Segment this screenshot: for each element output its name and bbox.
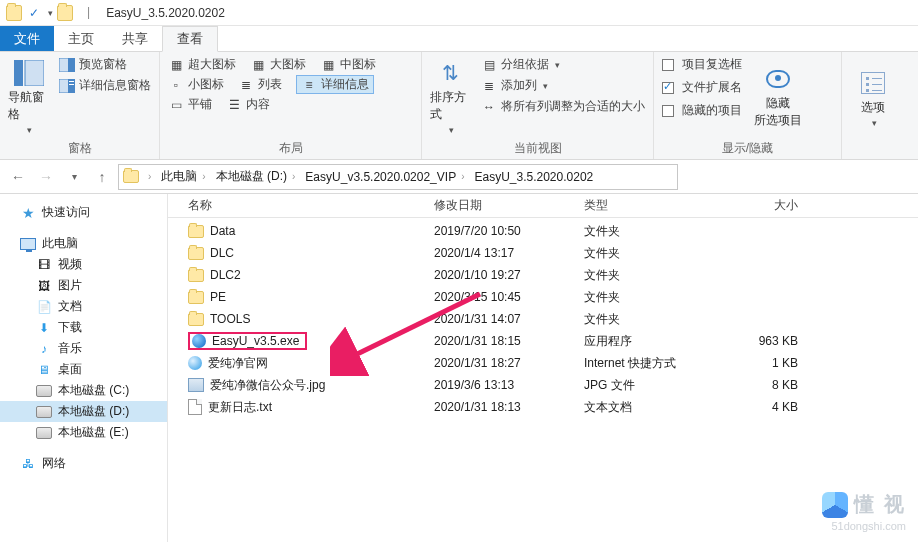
computer-icon	[20, 236, 36, 252]
ribbon-group-show-hide: 项目复选框 文件扩展名 隐藏的项目 隐藏 所选项目 显示/隐藏	[654, 52, 842, 159]
ribbon-tabs: 文件 主页 共享 查看	[0, 26, 918, 52]
content-icon: ☰	[226, 97, 242, 113]
view-details[interactable]: ≡详细信息	[296, 75, 374, 94]
tab-share[interactable]: 共享	[108, 26, 162, 51]
crumb-folder2[interactable]: EasyU_3.5.2020.0202	[470, 170, 597, 184]
crumb-drive[interactable]: 本地磁盘 (D:)›	[212, 168, 300, 185]
tab-file[interactable]: 文件	[0, 26, 54, 51]
file-date: 2020/1/10 19:27	[428, 268, 578, 282]
crumb-folder1[interactable]: EasyU_v3.5.2020.0202_VIP›	[301, 170, 468, 184]
group-label-layout: 布局	[168, 138, 413, 157]
file-row[interactable]: Data2019/7/20 10:50文件夹	[168, 220, 918, 242]
qat-dropdown-icon[interactable]: ▾	[48, 8, 53, 18]
nav-recent-button[interactable]: ▾	[62, 165, 86, 189]
sidebar-downloads[interactable]: ⬇下载	[0, 317, 167, 338]
tab-view[interactable]: 查看	[162, 26, 218, 52]
sort-by-button[interactable]: ⇅ 排序方式 ▾	[430, 56, 471, 138]
view-content[interactable]: ☰内容	[226, 96, 270, 113]
file-row[interactable]: 爱纯净官网2020/1/31 18:27Internet 快捷方式1 KB	[168, 352, 918, 374]
file-date: 2020/1/4 13:17	[428, 246, 578, 260]
folder-icon	[123, 170, 139, 183]
preview-pane-button[interactable]: 预览窗格	[59, 56, 151, 73]
small-icons-icon: ▫	[168, 77, 184, 93]
folder-icon	[188, 291, 204, 304]
file-name: PE	[210, 290, 226, 304]
hide-icon	[762, 65, 794, 93]
file-date: 2019/7/20 10:50	[428, 224, 578, 238]
file-row[interactable]: TOOLS2020/1/31 14:07文件夹	[168, 308, 918, 330]
crumb-this-pc[interactable]: 此电脑›	[157, 168, 209, 185]
sidebar-videos[interactable]: 🎞视频	[0, 254, 167, 275]
checkbox-icon	[662, 105, 674, 117]
file-type: 文本文档	[578, 399, 714, 416]
qat-properties-icon[interactable]: ✓	[26, 5, 42, 21]
size-columns-button[interactable]: ↔将所有列调整为合适的大小	[481, 98, 645, 115]
hidden-items-toggle[interactable]: 隐藏的项目	[662, 102, 742, 119]
sort-icon: ⇅	[435, 59, 467, 87]
svg-rect-0	[14, 60, 23, 86]
sidebar-music[interactable]: ♪音乐	[0, 338, 167, 359]
desktop-icon: 🖥	[36, 362, 52, 378]
column-header-date[interactable]: 修改日期	[428, 197, 578, 214]
file-row[interactable]: 更新日志.txt2020/1/31 18:13文本文档4 KB	[168, 396, 918, 418]
options-button[interactable]: 选项 ▾	[850, 56, 896, 141]
view-medium-icons[interactable]: ▦中图标	[320, 56, 376, 73]
navigation-pane-button[interactable]: 导航窗格 ▾	[8, 56, 49, 138]
sidebar-network[interactable]: 🖧网络	[0, 453, 167, 474]
view-small-icons[interactable]: ▫小图标	[168, 75, 224, 94]
ribbon-group-options: 选项 ▾	[842, 52, 904, 159]
tab-home[interactable]: 主页	[54, 26, 108, 51]
group-label-panes: 窗格	[8, 138, 151, 157]
file-row[interactable]: EasyU_v3.5.exe2020/1/31 18:15应用程序963 KB	[168, 330, 918, 352]
nav-up-button[interactable]: ↑	[90, 165, 114, 189]
column-header-size[interactable]: 大小	[714, 197, 804, 214]
file-name: 爱纯净官网	[208, 355, 268, 372]
group-by-button[interactable]: ▤分组依据▾	[481, 56, 645, 73]
ribbon-group-current-view: ⇅ 排序方式 ▾ ▤分组依据▾ ≣添加列▾ ↔将所有列调整为合适的大小 当前视图	[422, 52, 654, 159]
file-row[interactable]: 爱纯净微信公众号.jpg2019/3/6 13:13JPG 文件8 KB	[168, 374, 918, 396]
file-name: DLC2	[210, 268, 241, 282]
watermark-brand: 懂 视	[854, 491, 906, 518]
nav-forward-button[interactable]: →	[34, 165, 58, 189]
checkbox-checked-icon	[662, 82, 674, 94]
file-row[interactable]: DLC2020/1/4 13:17文件夹	[168, 242, 918, 264]
view-list[interactable]: ≣列表	[238, 75, 282, 94]
view-tiles[interactable]: ▭平铺	[168, 96, 212, 113]
options-icon	[857, 69, 889, 97]
item-check-boxes-toggle[interactable]: 项目复选框	[662, 56, 742, 73]
nav-back-button[interactable]: ←	[6, 165, 30, 189]
navigation-pane[interactable]: ★快速访问 此电脑 🎞视频 🖼图片 📄文档 ⬇下载 ♪音乐 🖥桌面 本地磁盘 (…	[0, 194, 168, 542]
hide-selected-button[interactable]: 隐藏 所选项目	[752, 56, 804, 138]
sidebar-quick-access[interactable]: ★快速访问	[0, 202, 167, 223]
file-date: 2020/1/31 18:27	[428, 356, 578, 370]
address-bar-row: ← → ▾ ↑ › 此电脑› 本地磁盘 (D:)› EasyU_v3.5.202…	[0, 160, 918, 194]
preview-pane-label: 预览窗格	[79, 56, 127, 73]
system-menu-icon[interactable]	[6, 5, 22, 21]
sidebar-documents[interactable]: 📄文档	[0, 296, 167, 317]
large-icons-icon: ▦	[250, 57, 266, 73]
sidebar-this-pc[interactable]: 此电脑	[0, 233, 167, 254]
view-extra-large-icons[interactable]: ▦超大图标	[168, 56, 236, 73]
file-name: 爱纯净微信公众号.jpg	[210, 377, 325, 394]
crumb-root[interactable]: ›	[141, 171, 155, 182]
column-header-type[interactable]: 类型	[578, 197, 714, 214]
sidebar-desktop[interactable]: 🖥桌面	[0, 359, 167, 380]
view-large-icons[interactable]: ▦大图标	[250, 56, 306, 73]
hide-selected-label: 隐藏 所选项目	[754, 95, 802, 129]
add-columns-button[interactable]: ≣添加列▾	[481, 77, 645, 94]
chevron-down-icon: ▾	[872, 118, 877, 128]
ribbon-group-layout: ▦超大图标 ▦大图标 ▦中图标 ▫小图标 ≣列表 ≡详细信息 ▭平铺 ☰内容 布…	[160, 52, 422, 159]
details-pane-button[interactable]: 详细信息窗格	[59, 77, 151, 94]
sidebar-drive-c[interactable]: 本地磁盘 (C:)	[0, 380, 167, 401]
group-by-icon: ▤	[481, 57, 497, 73]
watermark-logo-icon	[822, 492, 848, 518]
address-bar[interactable]: › 此电脑› 本地磁盘 (D:)› EasyU_v3.5.2020.0202_V…	[118, 164, 678, 190]
sidebar-pictures[interactable]: 🖼图片	[0, 275, 167, 296]
column-header-name[interactable]: 名称	[182, 197, 428, 214]
svg-rect-1	[25, 60, 44, 86]
file-row[interactable]: DLC22020/1/10 19:27文件夹	[168, 264, 918, 286]
file-row[interactable]: PE2020/3/15 10:45文件夹	[168, 286, 918, 308]
sidebar-drive-e[interactable]: 本地磁盘 (E:)	[0, 422, 167, 443]
sidebar-drive-d[interactable]: 本地磁盘 (D:)	[0, 401, 167, 422]
file-name-extensions-toggle[interactable]: 文件扩展名	[662, 79, 742, 96]
